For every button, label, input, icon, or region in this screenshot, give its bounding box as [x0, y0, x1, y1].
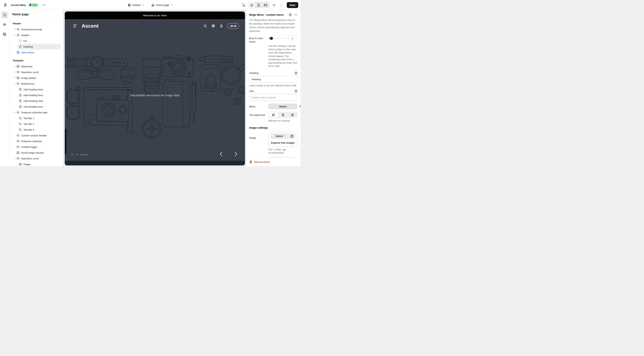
- desktop-view-button[interactable]: [248, 2, 255, 8]
- layer-label: Custom section header: [21, 134, 47, 137]
- chevron-down-icon[interactable]: [13, 34, 16, 36]
- layer-row-confetti-trigger[interactable]: Confetti trigger: [12, 144, 61, 150]
- save-button[interactable]: Save: [287, 2, 298, 8]
- top-bar: Ascent Beta Live Default Home page Save: [0, 0, 300, 10]
- bind-position-input[interactable]: 2: [289, 36, 296, 41]
- live-status-badge: Live: [28, 3, 39, 7]
- image-field: Image Select Explore free images: [249, 131, 298, 147]
- layer-row-multicolumn[interactable]: Multicolumn: [12, 81, 61, 87]
- url-input[interactable]: Paste a link or search: [249, 94, 298, 101]
- sections-tab-button[interactable]: [1, 12, 8, 19]
- chevron-down-icon[interactable]: [13, 157, 16, 160]
- carousel-dot[interactable]: [76, 154, 78, 155]
- layer-row-add-heading-here[interactable]: Add heading here: [17, 104, 61, 110]
- align-right-button[interactable]: [288, 112, 297, 118]
- sec-icon: [16, 28, 20, 31]
- col-icon: [19, 99, 22, 102]
- dynamic-source-icon[interactable]: [289, 13, 292, 16]
- layer-row-tab-title-3[interactable]: Tab title 3: [17, 127, 61, 133]
- heading-help: Leave empty to use the selected menu's t…: [249, 84, 298, 88]
- sections-sidebar: Home page HeaderAnnouncement barHeaderho…: [9, 10, 63, 166]
- account-icon[interactable]: [220, 24, 223, 28]
- layer-row-seamless-scroll[interactable]: Seamless scroll: [12, 69, 61, 75]
- theme-settings-button[interactable]: [1, 21, 8, 28]
- explore-free-images-link[interactable]: Explore free images: [270, 141, 295, 144]
- img-icon: [16, 76, 20, 79]
- align-center-button[interactable]: [278, 112, 288, 118]
- layer-label: Image gallery: [21, 77, 36, 79]
- layer-row-image-gallery[interactable]: Image gallery: [12, 75, 61, 81]
- announcement-bar[interactable]: Welcome to our store: [65, 12, 245, 19]
- heading-label: Heading: [249, 72, 294, 74]
- chevron-right-icon[interactable]: [13, 71, 16, 73]
- cart-total-button[interactable]: $0.00: [228, 23, 239, 29]
- dynamic-source-icon[interactable]: [294, 90, 298, 93]
- page-selector-dropdown[interactable]: Home page: [150, 2, 174, 8]
- layer-label: Tab title 3: [24, 128, 34, 131]
- layer-row-custom-section-header[interactable]: Custom section header: [12, 133, 61, 138]
- layer-row-featured-collection[interactable]: Featured collection: [12, 138, 61, 144]
- search-icon[interactable]: [203, 24, 207, 28]
- locale-globe-icon[interactable]: [212, 24, 215, 28]
- sec-icon: [16, 34, 20, 37]
- view-selector-dropdown[interactable]: Default: [126, 2, 146, 8]
- mobile-view-button[interactable]: [256, 2, 262, 8]
- heading-input[interactable]: Heading: [249, 76, 298, 83]
- layer-row-hot[interactable]: hot: [17, 38, 61, 44]
- undo-button[interactable]: [271, 2, 277, 8]
- alignment-label: Text alignment: [249, 112, 268, 118]
- sec-icon: [16, 111, 20, 114]
- next-slide-button[interactable]: [234, 151, 238, 157]
- chevron-down-icon[interactable]: [13, 83, 16, 85]
- layer-row-announcement-bar[interactable]: Announcement bar: [12, 27, 61, 32]
- page-title: Home page: [9, 10, 63, 19]
- carousel-dot[interactable]: [71, 154, 74, 155]
- layer-row-add-heading-here[interactable]: Add heading here: [17, 98, 61, 104]
- menu-select-button[interactable]: Select: [268, 104, 298, 109]
- fullwidth-view-button[interactable]: [262, 2, 269, 8]
- align-left-button[interactable]: [269, 112, 278, 118]
- chevron-right-icon[interactable]: [13, 28, 16, 31]
- layer-row-featured-collection-tabs[interactable]: Featured collection tabs: [12, 110, 61, 115]
- remove-block-button[interactable]: Remove block: [246, 158, 300, 166]
- field-label: Bind to main menu: [249, 36, 268, 43]
- store-logo[interactable]: Ascent: [82, 23, 99, 29]
- layer-row-tab-title-1[interactable]: Tab title 1: [17, 115, 61, 121]
- image-drop-zone[interactable]: Select Explore free images: [268, 131, 298, 147]
- carousel-dot-active[interactable]: [80, 154, 88, 155]
- sec-icon: [16, 157, 20, 160]
- chevron-right-icon[interactable]: [13, 77, 16, 79]
- menu-icon[interactable]: [73, 24, 77, 28]
- chevron-down-icon: [142, 4, 144, 6]
- layer-row-image[interactable]: Image: [17, 161, 61, 166]
- layer-row-slideshow[interactable]: Slideshow: [12, 64, 61, 69]
- image-select-button[interactable]: Select: [270, 133, 288, 139]
- more-actions-button[interactable]: [41, 2, 47, 8]
- inspector-mode-button[interactable]: [241, 2, 246, 8]
- drawer-handle[interactable]: [65, 129, 66, 154]
- dynamic-source-icon[interactable]: [294, 72, 298, 75]
- app-embeds-button[interactable]: [1, 31, 8, 38]
- layer-label: Scroll image expand: [21, 151, 44, 154]
- layer-row-tab-title-2[interactable]: Tab title 2: [17, 121, 61, 127]
- store-preview[interactable]: Welcome to our store Ascent $0.00: [65, 12, 245, 165]
- image-dynamic-source-button[interactable]: [288, 133, 295, 139]
- layer-row-scroll-image-expand[interactable]: Scroll image expand: [12, 150, 61, 156]
- block-description: The Mega Menu will be displayed only on …: [249, 19, 298, 33]
- bind-position-slider[interactable]: [268, 37, 287, 40]
- layer-row-header[interactable]: Header: [12, 32, 61, 38]
- preview-canvas: Welcome to our store Ascent $0.00: [63, 10, 246, 166]
- img-icon: [19, 163, 22, 166]
- add-section-button[interactable]: Add section: [12, 50, 61, 55]
- img-icon: [16, 151, 20, 154]
- chevron-right-icon[interactable]: [13, 65, 16, 68]
- layer-row-seamless-scroll[interactable]: Seamless scroll: [12, 156, 61, 161]
- previous-slide-button[interactable]: [219, 151, 224, 157]
- layer-row-add-heading-here[interactable]: Add heading here: [17, 87, 61, 92]
- layer-row-heading[interactable]: Heading: [17, 44, 61, 50]
- more-options-icon[interactable]: [294, 13, 298, 17]
- redo-button[interactable]: [278, 2, 284, 8]
- chevron-down-icon[interactable]: [13, 111, 16, 114]
- layer-row-add-heading-here[interactable]: Add heading here: [17, 92, 61, 98]
- exit-editor-icon[interactable]: [3, 2, 8, 8]
